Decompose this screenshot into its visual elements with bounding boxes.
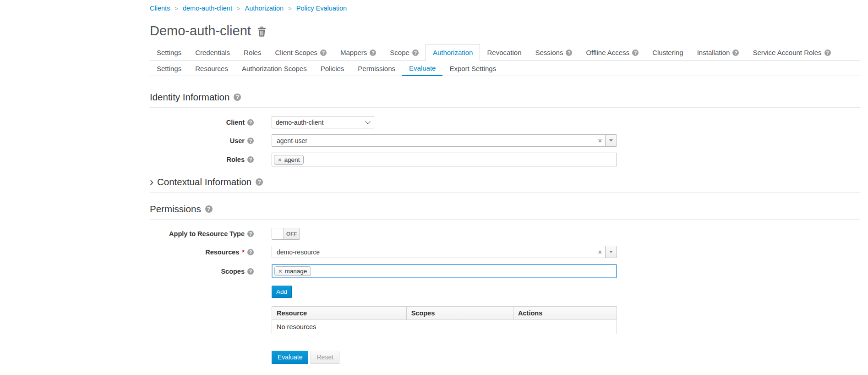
column-header-actions: Actions	[513, 307, 617, 320]
question-circle-icon	[247, 249, 254, 255]
empty-table-message: No resources	[272, 320, 617, 334]
table-header-row: Resource Scopes Actions	[272, 307, 617, 320]
question-circle-icon	[566, 50, 572, 56]
tab-clustering[interactable]: Clustering	[645, 45, 690, 61]
tab-mappers[interactable]: Mappers	[333, 45, 383, 61]
breadcrumb-client[interactable]: demo-auth-client	[183, 5, 232, 12]
subtab-evaluate[interactable]: Evaluate	[402, 61, 442, 76]
identity-information-heading: Identity Information	[150, 92, 860, 108]
client-field-row: Client demo-auth-client	[150, 116, 860, 128]
role-tag-label: agent	[284, 156, 300, 163]
question-circle-icon	[247, 138, 254, 144]
policy-evaluation-page: Clients demo-auth-client Authorization P…	[0, 0, 868, 375]
scope-tag: manage	[274, 266, 311, 276]
breadcrumb-clients[interactable]: Clients	[150, 5, 170, 12]
tab-client-scopes[interactable]: Client Scopes	[268, 45, 333, 61]
scope-tag-label: manage	[285, 268, 307, 275]
evaluate-button[interactable]: Evaluate	[272, 351, 308, 364]
question-circle-icon	[247, 156, 254, 163]
contextual-information-heading[interactable]: Contextual Information	[150, 176, 860, 193]
scopes-field-row: Scopes manage	[150, 264, 860, 278]
reset-button[interactable]: Reset	[311, 351, 339, 364]
caret-down-icon	[609, 139, 613, 142]
authorization-subtabs: Settings Resources Authorization Scopes …	[150, 61, 860, 76]
table-row: No resources	[272, 320, 617, 334]
apply-resource-type-label: Apply to Resource Type	[150, 230, 272, 237]
permissions-heading: Permissions	[150, 204, 860, 220]
subtab-permissions[interactable]: Permissions	[351, 61, 402, 76]
page-title-row: Demo-auth-client	[150, 23, 860, 39]
resources-value: demo-resource	[272, 248, 598, 256]
resources-table: Resource Scopes Actions No resources	[272, 306, 617, 334]
apply-resource-type-toggle[interactable]: OFF	[272, 228, 300, 240]
subtab-authorization-scopes[interactable]: Authorization Scopes	[235, 61, 314, 76]
user-field-row: User agent-user	[150, 134, 860, 147]
clear-x-icon[interactable]	[598, 248, 602, 256]
client-tabs: Settings Credentials Roles Client Scopes…	[150, 44, 860, 61]
scopes-tag-input[interactable]: manage	[272, 264, 617, 278]
form-actions: Evaluate Reset	[272, 351, 860, 364]
tab-installation[interactable]: Installation	[690, 45, 746, 61]
tab-credentials[interactable]: Credentials	[188, 45, 237, 61]
question-circle-icon	[732, 50, 739, 56]
roles-tag-input[interactable]: agent	[272, 153, 617, 166]
user-value: agent-user	[272, 137, 598, 144]
user-label: User	[150, 137, 272, 144]
client-select-input[interactable]: demo-auth-client	[272, 116, 374, 128]
angle-right-icon	[175, 5, 178, 12]
tab-authorization[interactable]: Authorization	[426, 44, 480, 61]
chevron-right-icon	[150, 178, 153, 186]
question-circle-icon	[320, 50, 327, 56]
question-circle-icon	[824, 50, 831, 56]
caret-down-icon	[609, 251, 613, 253]
subtab-policies[interactable]: Policies	[314, 61, 351, 76]
role-tag: agent	[274, 155, 304, 165]
tab-offline-access[interactable]: Offline Access	[579, 45, 645, 61]
tab-sessions[interactable]: Sessions	[529, 45, 579, 61]
required-marker: *	[242, 248, 245, 256]
toggle-state-label: OFF	[284, 228, 300, 239]
column-header-scopes: Scopes	[406, 307, 513, 320]
toggle-handle[interactable]	[272, 228, 284, 239]
breadcrumb-authorization[interactable]: Authorization	[245, 5, 284, 12]
add-button[interactable]: Add	[272, 286, 292, 298]
client-label: Client	[150, 119, 272, 126]
question-circle-icon	[256, 178, 263, 186]
tab-revocation[interactable]: Revocation	[480, 45, 528, 61]
page-title: Demo-auth-client	[150, 23, 251, 39]
tab-service-account-roles[interactable]: Service Account Roles	[746, 45, 837, 61]
tab-roles[interactable]: Roles	[237, 45, 268, 61]
remove-tag-x-icon[interactable]	[278, 157, 282, 163]
roles-field-row: Roles agent	[150, 153, 860, 166]
question-circle-icon	[205, 205, 213, 213]
breadcrumb: Clients demo-auth-client Authorization P…	[150, 0, 860, 12]
question-circle-icon	[632, 50, 639, 56]
add-row: Add	[272, 286, 860, 298]
breadcrumb-policy-evaluation[interactable]: Policy Evaluation	[296, 5, 347, 12]
user-combobox[interactable]: agent-user	[272, 134, 617, 147]
question-circle-icon	[247, 268, 254, 275]
question-circle-icon	[247, 231, 254, 237]
roles-label: Roles	[150, 156, 272, 163]
subtab-export-settings[interactable]: Export Settings	[442, 61, 503, 76]
question-circle-icon	[370, 50, 376, 56]
angle-right-icon	[237, 5, 240, 12]
subtab-resources[interactable]: Resources	[188, 61, 235, 76]
tab-settings[interactable]: Settings	[150, 45, 188, 61]
resources-combobox[interactable]: demo-resource	[272, 246, 617, 258]
client-select[interactable]: demo-auth-client	[272, 116, 374, 128]
resources-field-row: Resources * demo-resource	[150, 246, 860, 258]
subtab-settings[interactable]: Settings	[150, 61, 188, 76]
question-circle-icon	[412, 50, 419, 56]
apply-resource-type-row: Apply to Resource Type OFF	[150, 228, 860, 240]
scopes-label: Scopes	[150, 268, 272, 275]
resources-dropdown-toggle[interactable]	[605, 246, 617, 258]
clear-x-icon[interactable]	[598, 137, 602, 144]
question-circle-icon	[234, 94, 241, 101]
tab-scope[interactable]: Scope	[383, 45, 426, 61]
resources-label: Resources *	[150, 248, 272, 256]
delete-client-trash-icon[interactable]	[257, 27, 266, 37]
column-header-resource: Resource	[272, 307, 407, 320]
user-dropdown-toggle[interactable]	[605, 135, 617, 146]
remove-tag-x-icon[interactable]	[278, 268, 282, 274]
